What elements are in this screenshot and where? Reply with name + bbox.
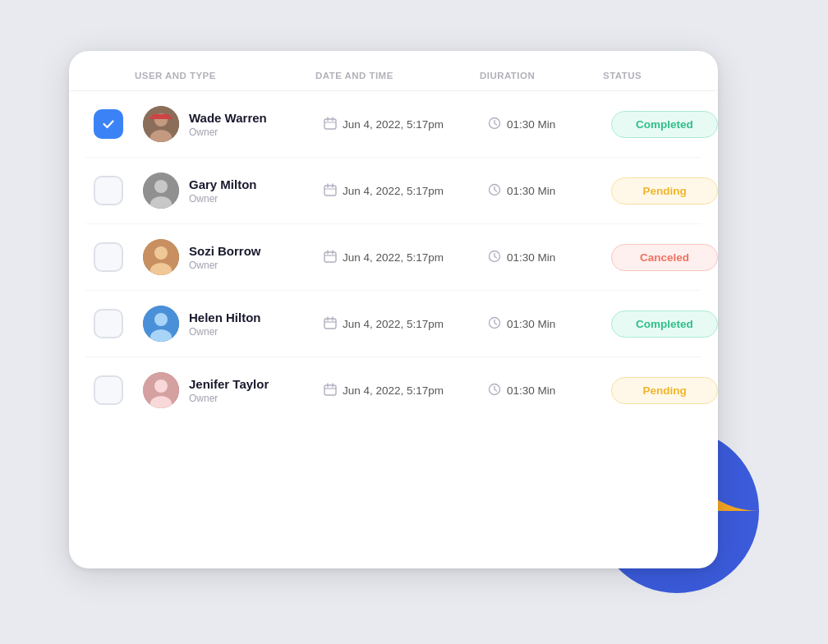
svg-rect-23 [324, 319, 336, 329]
user-role-2: Owner [189, 193, 257, 205]
row-checkbox-3[interactable] [94, 242, 123, 272]
date-value-1: Jun 4, 2022, 5:17pm [343, 118, 444, 131]
date-cell-4: Jun 4, 2022, 5:17pm [324, 316, 488, 332]
duration-cell-4: 01:30 Min [488, 316, 611, 332]
duration-value-3: 01:30 Min [507, 251, 555, 264]
user-name-4: Helen Hilton [189, 310, 261, 324]
table-header: USER AND TYPE DATE AND TIME DIURATION ST… [69, 51, 718, 91]
svg-point-21 [154, 313, 168, 326]
row-checkbox-5[interactable] [94, 375, 123, 405]
avatar-4 [143, 306, 179, 342]
status-cell-3: Canceled [611, 244, 718, 271]
date-cell-3: Jun 4, 2022, 5:17pm [324, 250, 488, 265]
duration-value-5: 01:30 Min [507, 384, 555, 397]
svg-point-15 [154, 246, 168, 260]
clock-icon-2 [488, 183, 501, 199]
table-row: Gary Milton Owner Jun 4, 2022, 5:17pm [85, 158, 702, 224]
status-cell-5: Pending [611, 377, 718, 404]
date-cell-5: Jun 4, 2022, 5:17pm [324, 383, 488, 398]
clock-icon-5 [488, 383, 501, 398]
status-badge-1: Completed [611, 111, 718, 138]
duration-cell-2: 01:30 Min [488, 183, 611, 199]
status-cell-2: Pending [611, 177, 718, 205]
header-user-type: USER AND TYPE [135, 71, 315, 80]
status-badge-2: Pending [611, 177, 718, 205]
clock-icon-1 [488, 117, 501, 132]
user-role-3: Owner [189, 260, 261, 271]
svg-rect-5 [324, 119, 336, 129]
user-role-1: Owner [189, 126, 267, 138]
main-card: USER AND TYPE DATE AND TIME DIURATION ST… [69, 51, 718, 568]
date-value-4: Jun 4, 2022, 5:17pm [343, 318, 444, 330]
user-role-4: Owner [189, 326, 261, 338]
table-row: Helen Hilton Owner Jun 4, 2022, 5:17pm [85, 291, 702, 357]
duration-value-2: 01:30 Min [507, 185, 555, 197]
row-checkbox-2[interactable] [94, 176, 123, 205]
calendar-icon-1 [324, 117, 337, 132]
calendar-icon-5 [324, 383, 337, 398]
table-body: Wade Warren Owner Jun 4, 2022, 5:17pm [69, 91, 718, 423]
table-row: Jenifer Taylor Owner Jun 4, 2022, 5:17pm [85, 357, 702, 423]
row-checkbox-4[interactable] [94, 309, 123, 338]
svg-point-9 [154, 180, 168, 193]
user-name-1: Wade Warren [189, 111, 267, 125]
header-duration: DIURATION [480, 71, 603, 80]
svg-rect-11 [324, 186, 336, 196]
clock-icon-3 [488, 250, 501, 265]
avatar-3 [143, 239, 179, 275]
calendar-icon-3 [324, 250, 337, 265]
status-cell-1: Completed [611, 111, 718, 138]
duration-value-4: 01:30 Min [507, 318, 555, 330]
date-value-5: Jun 4, 2022, 5:17pm [343, 384, 444, 397]
user-info-4: Helen Hilton Owner [189, 310, 261, 338]
duration-cell-5: 01:30 Min [488, 383, 611, 398]
calendar-icon-2 [324, 183, 337, 199]
user-cell-4: Helen Hilton Owner [143, 306, 324, 342]
svg-rect-29 [324, 385, 336, 395]
calendar-icon-4 [324, 316, 337, 332]
user-cell-2: Gary Milton Owner [143, 172, 324, 209]
user-cell-1: Wade Warren Owner [143, 106, 324, 142]
scene: USER AND TYPE DATE AND TIME DIURATION ST… [44, 26, 784, 618]
user-name-2: Gary Milton [189, 177, 257, 191]
duration-cell-1: 01:30 Min [488, 117, 611, 132]
user-info-1: Wade Warren Owner [189, 111, 267, 138]
duration-value-1: 01:30 Min [507, 118, 555, 131]
user-info-3: Sozi Borrow Owner [189, 244, 261, 271]
user-name-5: Jenifer Taylor [189, 377, 269, 391]
svg-rect-17 [324, 252, 336, 262]
row-checkbox-1[interactable] [94, 109, 123, 139]
table-row: Sozi Borrow Owner Jun 4, 2022, 5:17pm [85, 224, 702, 291]
clock-icon-4 [488, 316, 501, 332]
avatar-5 [143, 372, 179, 408]
date-value-2: Jun 4, 2022, 5:17pm [343, 185, 444, 197]
table-row: Wade Warren Owner Jun 4, 2022, 5:17pm [85, 91, 702, 158]
user-info-5: Jenifer Taylor Owner [189, 377, 269, 404]
header-status: STATUS [603, 71, 718, 80]
status-badge-3: Canceled [611, 244, 718, 271]
date-cell-2: Jun 4, 2022, 5:17pm [324, 183, 488, 199]
user-info-2: Gary Milton Owner [189, 177, 257, 205]
date-cell-1: Jun 4, 2022, 5:17pm [324, 117, 488, 132]
user-cell-3: Sozi Borrow Owner [143, 239, 324, 275]
duration-cell-3: 01:30 Min [488, 250, 611, 265]
status-badge-5: Pending [611, 377, 718, 404]
status-badge-4: Completed [611, 310, 718, 338]
avatar-2 [143, 172, 179, 209]
user-cell-5: Jenifer Taylor Owner [143, 372, 324, 408]
svg-rect-4 [150, 117, 172, 119]
user-name-3: Sozi Borrow [189, 244, 261, 258]
svg-point-27 [154, 380, 168, 393]
date-value-3: Jun 4, 2022, 5:17pm [343, 251, 444, 264]
header-date-time: DATE AND TIME [315, 71, 480, 80]
status-cell-4: Completed [611, 310, 718, 338]
user-role-5: Owner [189, 393, 269, 404]
avatar-1 [143, 106, 179, 142]
